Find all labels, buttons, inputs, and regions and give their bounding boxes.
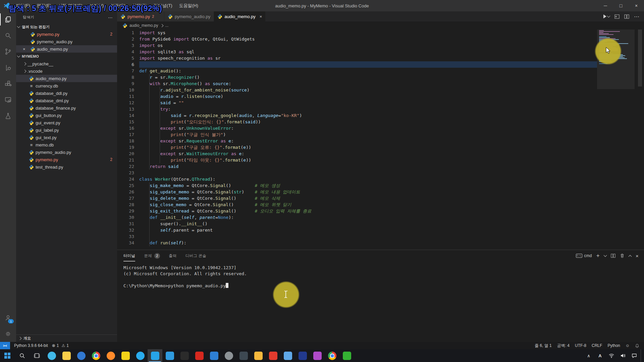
remote-indicator[interactable]: >< xyxy=(0,342,10,349)
taskbar-app-acrobat[interactable] xyxy=(192,349,207,362)
taskbar-app-browser-blue[interactable] xyxy=(74,349,89,362)
editor-tab[interactable]: pymemo_audio.py xyxy=(164,11,214,21)
task-view-icon[interactable] xyxy=(30,349,44,362)
breadcrumb[interactable]: audio_memo.py ... xyxy=(117,21,644,29)
notifications-bell-icon[interactable] xyxy=(635,344,639,348)
editor-tab[interactable]: audio_memo.py× xyxy=(214,11,266,21)
status-item[interactable]: Python xyxy=(607,343,620,349)
maximize-button[interactable]: □ xyxy=(613,0,629,11)
more-actions-icon[interactable]: ⋯ xyxy=(634,13,639,20)
taskbar-app-paint[interactable] xyxy=(310,349,325,362)
settings-gear-icon[interactable] xyxy=(0,326,16,342)
explorer-icon[interactable] xyxy=(0,11,16,27)
panel-tab[interactable]: 출력 xyxy=(169,250,177,261)
start-button[interactable] xyxy=(0,349,15,362)
search-icon[interactable] xyxy=(0,27,16,44)
taskbar-app-folder-docs[interactable] xyxy=(251,349,266,362)
action-center-icon[interactable] xyxy=(629,349,639,362)
close-button[interactable]: × xyxy=(629,0,644,11)
split-terminal-icon[interactable] xyxy=(611,253,615,258)
taskbar-app-app-red[interactable] xyxy=(266,349,280,362)
open-editor-item[interactable]: ×audio_memo.py xyxy=(16,45,117,53)
menu-item[interactable]: 도움말(H) xyxy=(176,1,201,10)
taskbar-app-hancom[interactable] xyxy=(339,349,354,362)
python-interpreter-status[interactable]: Python 3.9.6 64-bit xyxy=(14,343,48,348)
tree-item[interactable]: ≡memo.db xyxy=(16,141,117,148)
problems-status[interactable]: ⊗1 ⚠1 xyxy=(52,343,69,348)
panel-tab[interactable]: 디버그 콘솔 xyxy=(185,250,207,261)
kill-terminal-trash-icon[interactable] xyxy=(620,253,625,258)
tree-item[interactable]: gui_button.py xyxy=(16,112,117,119)
tray-chevron-up-icon[interactable]: ∧ xyxy=(584,349,594,362)
terminal-dropdown-chevron[interactable] xyxy=(603,254,607,257)
tree-item[interactable]: database_ddl.py xyxy=(16,89,117,97)
source-control-icon[interactable] xyxy=(0,44,16,60)
taskbar-app-firefox[interactable] xyxy=(103,349,118,362)
status-item[interactable]: 공백: 4 xyxy=(557,343,570,349)
code-editor[interactable]: 1import sys2from PySide6 import QtCore, … xyxy=(117,29,597,250)
sidebar-more-actions[interactable]: ⋯ xyxy=(108,15,113,20)
editor-scrollbar[interactable] xyxy=(638,29,642,86)
terminal-content[interactable]: Microsoft Windows [Version 10.0.19042.12… xyxy=(117,261,644,289)
line-number: 17 xyxy=(117,131,139,138)
outline-section-header[interactable]: 개요 xyxy=(16,335,117,342)
folder-section-header[interactable]: MYMEMO xyxy=(16,53,117,60)
taskbar-app-vscode[interactable] xyxy=(148,349,162,362)
tree-item[interactable]: database_finance.py xyxy=(16,104,117,112)
tree-item[interactable]: audio_memo.py xyxy=(16,75,117,82)
close-tab-icon[interactable]: × xyxy=(260,14,262,19)
close-editor-icon[interactable]: × xyxy=(23,47,25,52)
tree-item[interactable]: pymemo.py2 xyxy=(16,156,117,163)
tree-item[interactable]: ≡currency.db xyxy=(16,82,117,89)
run-debug-icon[interactable] xyxy=(0,60,16,76)
feedback-smiley-icon[interactable]: ☺ xyxy=(626,343,630,348)
taskbar-app-file-explorer[interactable] xyxy=(59,349,74,362)
status-item[interactable]: 줄 6, 열 1 xyxy=(535,343,552,349)
new-terminal-button[interactable]: + xyxy=(596,252,600,259)
show-desktop-button[interactable] xyxy=(641,349,643,362)
tree-item[interactable]: gui_text.py xyxy=(16,134,117,141)
tree-item[interactable]: database_dml.py xyxy=(16,97,117,104)
tree-item[interactable]: gui_event.py xyxy=(16,119,117,126)
volume-icon[interactable] xyxy=(618,349,628,362)
database-file-icon: ≡ xyxy=(29,142,34,147)
tree-item[interactable]: pymemo_audio.py xyxy=(16,148,117,156)
tree-item[interactable]: .vscode xyxy=(16,67,117,75)
status-item[interactable]: CRLF xyxy=(592,343,602,349)
open-changes-icon[interactable] xyxy=(614,14,620,19)
run-python-file-button[interactable] xyxy=(603,14,610,18)
taskbar-app-potplayer[interactable] xyxy=(118,349,133,362)
taskbar-app-defender[interactable] xyxy=(207,349,221,362)
taskbar-app-phone[interactable] xyxy=(236,349,251,362)
minimize-button[interactable]: ─ xyxy=(598,0,613,11)
taskbar-app-edge[interactable] xyxy=(44,349,59,362)
remote-explorer-icon[interactable] xyxy=(0,92,16,108)
taskbar-search-icon[interactable] xyxy=(15,349,30,362)
open-editor-item[interactable]: pymemo.py2 xyxy=(16,31,117,38)
taskbar-app-chrome-2[interactable] xyxy=(325,349,339,362)
taskbar-app-terminal[interactable] xyxy=(177,349,192,362)
taskbar-app-app-gray[interactable] xyxy=(221,349,236,362)
panel-tab[interactable]: 문제2 xyxy=(144,250,160,261)
open-editor-item[interactable]: pymemo_audio.py xyxy=(16,38,117,45)
taskbar-app-chrome[interactable] xyxy=(89,349,103,362)
account-icon[interactable]: 1 xyxy=(0,310,16,326)
taskbar-app-documents[interactable] xyxy=(280,349,295,362)
testing-icon[interactable] xyxy=(0,108,16,124)
panel-tab[interactable]: 터미널 xyxy=(123,250,135,261)
tree-item[interactable]: test_thread.py xyxy=(16,163,117,171)
tree-item[interactable]: __pycache__ xyxy=(16,60,117,67)
maximize-panel-chevron[interactable] xyxy=(628,255,632,258)
taskbar-app-mail[interactable] xyxy=(162,349,177,362)
tree-item[interactable]: gui_label.py xyxy=(16,126,117,134)
taskbar-app-app-navy[interactable] xyxy=(295,349,310,362)
ime-language-indicator[interactable]: A xyxy=(595,349,605,362)
open-editors-header[interactable]: 열려 있는 편집기 xyxy=(16,23,117,31)
wifi-icon[interactable] xyxy=(606,349,616,362)
extensions-icon[interactable] xyxy=(0,76,16,92)
taskbar-app-telegram[interactable] xyxy=(133,349,148,362)
close-panel-icon[interactable]: × xyxy=(636,253,639,259)
status-item[interactable]: UTF-8 xyxy=(575,343,586,349)
shell-selector[interactable]: C:\ cmd xyxy=(576,253,592,258)
split-editor-icon[interactable] xyxy=(624,14,629,19)
